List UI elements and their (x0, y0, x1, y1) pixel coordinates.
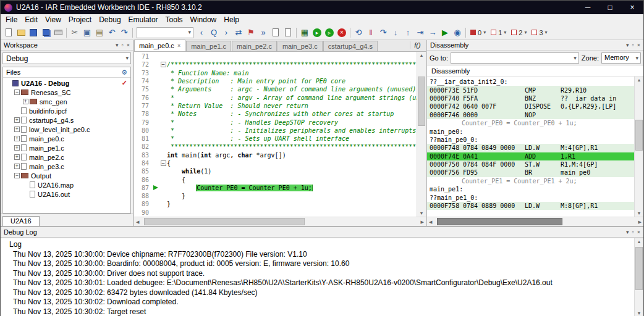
tree-item-u2a16-out[interactable]: U2A16.out (3, 189, 130, 199)
step-out-button[interactable]: ↑ (402, 27, 414, 39)
expand-icon[interactable]: + (23, 99, 28, 104)
tree-item-main-pe0-c[interactable]: +main_pe0.c (3, 134, 130, 143)
stop-button[interactable]: ◉ (451, 27, 464, 39)
find-next-button[interactable]: › (220, 27, 232, 39)
menu-emulator[interactable]: Emulator (125, 15, 162, 25)
tree-item-buildinfo-ipcf[interactable]: buildinfo.ipcf (3, 106, 130, 115)
tree-item-smc-gen[interactable]: +smc_gen (3, 97, 130, 106)
collapse-icon[interactable]: − (14, 173, 20, 178)
tree-item-u2a16-map[interactable]: U2A16.map (3, 180, 130, 189)
panel-pin-icon[interactable]: ▫ (122, 42, 124, 48)
scroll-down-icon[interactable]: ▼ (417, 211, 426, 215)
scroll-down-icon[interactable]: ▼ (635, 311, 643, 315)
tab-main-pe3-c[interactable]: main_pe3.c (278, 41, 323, 51)
log-vscroll-thumb[interactable] (635, 247, 643, 290)
editor-vertical-scrollbar[interactable]: ▲ ▼ (417, 52, 426, 217)
watch-1-button[interactable]: 1▾ (488, 27, 509, 39)
find-previous-button[interactable]: ‹ (195, 27, 208, 39)
next-bookmark-button[interactable]: » (257, 27, 269, 39)
scroll-left-icon[interactable]: ◀ (429, 220, 432, 225)
disasm-instruction[interactable]: 0000F7460000NOP (427, 111, 634, 119)
expand-icon[interactable]: + (14, 127, 20, 132)
menu-window[interactable]: Window (187, 15, 221, 25)
panel-close-icon[interactable]: × (637, 229, 640, 235)
files-column-header[interactable]: Files ⚙ (3, 67, 130, 78)
disassembly-horizontal-scrollbar[interactable]: ◀ ▶ (427, 217, 643, 226)
panel-menu-icon[interactable]: ▾ (626, 42, 629, 48)
print-button[interactable] (52, 27, 64, 39)
cut-button[interactable]: ✂ (69, 27, 81, 39)
minimize-button[interactable]: ─ (577, 1, 599, 14)
editor-hscroll-thumb[interactable] (144, 218, 305, 225)
close-tab-icon[interactable]: × (177, 43, 180, 49)
menu-tools[interactable]: Tools (162, 15, 187, 25)
panel-close-icon[interactable]: × (637, 42, 640, 48)
disasm-instruction[interactable]: 0000F756FD95BRmain_pe0 (427, 168, 634, 177)
menu-view[interactable]: View (41, 15, 65, 25)
close-button[interactable]: × (621, 1, 643, 14)
disasm-instruction[interactable]: 0000F740F5FABNZ??__iar_data_in (427, 94, 634, 102)
panel-menu-icon[interactable]: ▾ (626, 229, 629, 235)
watch-3-button[interactable]: 3▾ (529, 27, 549, 39)
scroll-down-icon[interactable]: ▼ (635, 211, 643, 215)
zone-select[interactable]: Memory ▾ (601, 52, 641, 64)
panel-pin-icon[interactable]: ▫ (632, 229, 634, 235)
expand-icon[interactable]: + (14, 154, 20, 160)
scroll-up-icon[interactable]: ▲ (635, 78, 643, 82)
collapse-icon[interactable]: − (14, 89, 20, 95)
disasm-instruction[interactable]: 0000F7580784 0889 0000LD.WM:8[GP],R1 (427, 202, 634, 210)
watch-2-button[interactable]: 2▾ (509, 27, 529, 39)
maximize-button[interactable]: □ (599, 1, 621, 14)
disasm-instruction[interactable]: 0000F7420640 007FDISPOSE0,{LP,R29},[LP] (427, 102, 634, 110)
build-config-select[interactable]: Debug ▾ (2, 52, 131, 64)
go-button[interactable]: ▶ (439, 27, 451, 39)
expand-icon[interactable]: + (14, 164, 20, 169)
undo-button[interactable]: ↶ (106, 27, 118, 39)
run-to-cursor-button[interactable]: → (426, 27, 439, 39)
paste-button[interactable]: ▤ (93, 27, 106, 39)
fold-margin[interactable]: − (159, 160, 167, 166)
tree-item-main-pe1-c[interactable]: +main_pe1.c (3, 143, 130, 152)
panel-close-icon[interactable]: × (127, 42, 130, 48)
debug-without-downloading-button[interactable]: ▹ (323, 27, 336, 39)
redo-button[interactable]: ↷ (118, 27, 130, 39)
copy-button[interactable]: ▣ (81, 27, 93, 39)
search-box-input[interactable] (137, 27, 193, 38)
tree-item-output[interactable]: −Output (3, 171, 130, 180)
tree-item-low-level-init-pe0-c[interactable]: +low_level_init_pe0.c (3, 125, 130, 134)
function-list-button[interactable]: f() (410, 41, 425, 49)
disasm-instruction[interactable]: 0000F7500784 084F 0000ST.WR1,M:4[GP] (427, 160, 634, 168)
new-file-button[interactable] (2, 27, 15, 39)
open-file-button[interactable] (15, 27, 27, 39)
fold-collapse-icon[interactable]: − (161, 160, 166, 166)
step-into-button[interactable]: ↓ (389, 27, 402, 39)
disasm-instruction[interactable]: 0000F7480784 0849 0000LD.WM:4[GP],R1 (427, 144, 634, 152)
disasm-instruction[interactable]: 0000F73E51FDCMPR29,R10 (427, 86, 634, 94)
find-button[interactable]: Q (208, 27, 220, 39)
code-editor[interactable]: 7172−/**********************************… (134, 52, 417, 217)
save-all-button[interactable] (40, 27, 52, 39)
next-statement-button[interactable]: ⇥ (414, 27, 426, 39)
save-button[interactable] (27, 27, 40, 39)
editor-vscroll-thumb[interactable] (418, 77, 425, 126)
tree-item-renesas-sc[interactable]: −Renesas_SC (3, 88, 130, 97)
scroll-right-icon[interactable]: ▶ (421, 220, 424, 225)
tree-item-main-pe2-c[interactable]: +main_pe2.c (3, 152, 130, 162)
make-button[interactable]: ▦ (299, 27, 311, 39)
goto-definition-button[interactable] (282, 27, 294, 39)
gear-icon[interactable]: ⚙ (121, 69, 127, 77)
stop-debugging-button[interactable]: × (336, 27, 348, 39)
tab-cstartup4-g4-s[interactable]: cstartup4_g4.s (323, 41, 378, 51)
disassembly-hscroll-thumb[interactable] (437, 218, 562, 225)
menu-debug[interactable]: Debug (95, 15, 124, 25)
panel-menu-icon[interactable]: ▾ (116, 42, 119, 48)
toggle-bookmark-button[interactable]: ⚑ (245, 27, 257, 39)
menu-help[interactable]: Help (220, 15, 243, 25)
step-over-button[interactable]: ↷ (377, 27, 389, 39)
tree-item-cstartup4-g4-s[interactable]: +cstartup4_g4.s (3, 115, 130, 125)
break-button[interactable]: ‖ (365, 27, 377, 39)
scroll-left-icon[interactable]: ◀ (136, 220, 139, 225)
disassembly-vscroll-thumb[interactable] (635, 120, 643, 151)
fold-margin[interactable]: − (159, 62, 167, 67)
current-statement-arrow-icon[interactable] (151, 185, 159, 190)
